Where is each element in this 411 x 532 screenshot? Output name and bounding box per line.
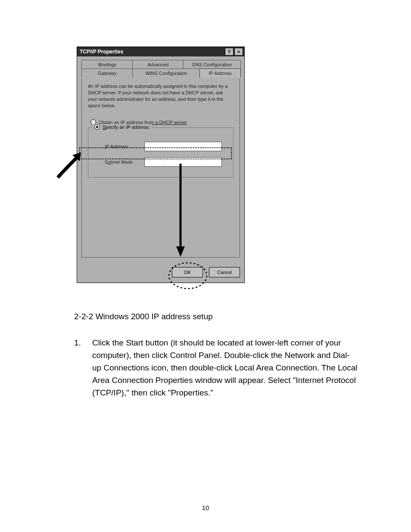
tab-bindings[interactable]: Bindings <box>81 60 133 69</box>
radio-specify-label: Specify an IP address: <box>103 124 150 130</box>
section-heading: 2-2-2 Windows 2000 IP address setup <box>74 310 358 323</box>
radio-icon <box>94 124 100 130</box>
ip-octet-2[interactable] <box>165 142 182 151</box>
tab-gateway[interactable]: Gateway <box>81 68 133 78</box>
tcpip-properties-dialog: TCP/IP Properties ? × Bindings Advanced … <box>77 47 245 283</box>
panel-description: An IP address can be automatically assig… <box>88 83 234 109</box>
tab-ip-address[interactable]: IP Address <box>199 68 241 78</box>
specify-ip-group: Specify an IP address: IP Address: . . . <box>88 128 234 177</box>
help-icon[interactable]: ? <box>225 48 234 56</box>
subnet-mask-label: Subnet Mask: <box>105 159 144 165</box>
mask-octet-4[interactable] <box>204 158 221 166</box>
ip-address-label: IP Address: <box>105 144 144 149</box>
ip-address-input[interactable]: . . . <box>144 142 222 151</box>
list-text: Click the Start button (it should be loc… <box>92 336 358 399</box>
list-number: 1. <box>74 336 92 399</box>
list-item: 1. Click the Start button (it should be … <box>74 336 358 399</box>
ip-octet-1[interactable] <box>145 142 162 151</box>
tab-advanced[interactable]: Advanced <box>132 60 184 69</box>
radio-specify-ip[interactable]: Specify an IP address: <box>93 124 152 130</box>
ok-button[interactable]: OK <box>172 267 203 277</box>
mask-octet-2[interactable] <box>165 158 182 166</box>
window-title: TCP/IP Properties <box>80 49 123 55</box>
subnet-mask-input[interactable]: . . . <box>144 157 222 167</box>
ip-octet-3[interactable] <box>184 142 202 151</box>
ip-address-panel: An IP address can be automatically assig… <box>81 79 240 258</box>
mask-octet-3[interactable] <box>184 158 202 166</box>
mask-octet-1[interactable] <box>145 158 162 166</box>
tab-strip: Bindings Advanced DNS Configuration Gate… <box>81 60 240 79</box>
tab-dns-configuration[interactable]: DNS Configuration <box>183 60 241 69</box>
ip-octet-4[interactable] <box>204 142 221 151</box>
tab-wins-configuration[interactable]: WINS Configuration <box>132 68 200 78</box>
cancel-button[interactable]: Cancel <box>209 267 240 277</box>
close-icon[interactable]: × <box>234 48 243 56</box>
document-body: 2-2-2 Windows 2000 IP address setup 1. C… <box>74 310 358 399</box>
titlebar[interactable]: TCP/IP Properties ? × <box>77 47 244 56</box>
page-number: 10 <box>0 504 411 511</box>
